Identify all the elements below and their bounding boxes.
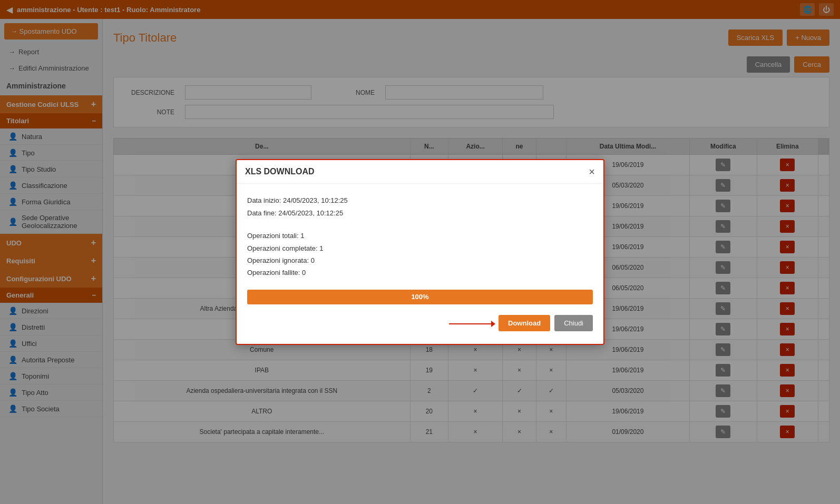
operazioni-ignorata: Operazioni ignorata: 0 xyxy=(247,254,593,266)
modal-stats: Operazioni totali: 1 Operazioni completa… xyxy=(247,230,593,279)
chiudi-button[interactable]: Chiudi xyxy=(554,315,593,331)
modal-footer: Download Chiudi xyxy=(247,315,593,333)
modal-close-button[interactable]: × xyxy=(589,166,595,177)
operazioni-totali: Operazioni totali: 1 xyxy=(247,230,593,242)
data-inizio: Data inizio: 24/05/2023, 10:12:25 xyxy=(247,194,593,206)
download-button[interactable]: Download xyxy=(499,315,550,331)
arrow-head xyxy=(491,321,495,327)
arrow-line xyxy=(449,323,491,324)
progress-bar: 100% xyxy=(247,290,593,304)
operazioni-completate: Operazioni completate: 1 xyxy=(247,242,593,254)
modal-title: XLS DOWNLOAD xyxy=(245,167,315,176)
progress-bar-container: 100% xyxy=(247,290,593,304)
modal-overlay: XLS DOWNLOAD × Data inizio: 24/05/2023, … xyxy=(0,0,840,504)
modal-info: Data inizio: 24/05/2023, 10:12:25 Data f… xyxy=(247,194,593,219)
data-fine: Data fine: 24/05/2023, 10:12:25 xyxy=(247,207,593,219)
modal-body: Data inizio: 24/05/2023, 10:12:25 Data f… xyxy=(237,184,603,343)
operazioni-fallite: Operazioni fallite: 0 xyxy=(247,266,593,279)
xls-download-modal: XLS DOWNLOAD × Data inizio: 24/05/2023, … xyxy=(236,159,604,344)
modal-header: XLS DOWNLOAD × xyxy=(237,160,603,184)
arrow-indicator xyxy=(449,321,495,327)
